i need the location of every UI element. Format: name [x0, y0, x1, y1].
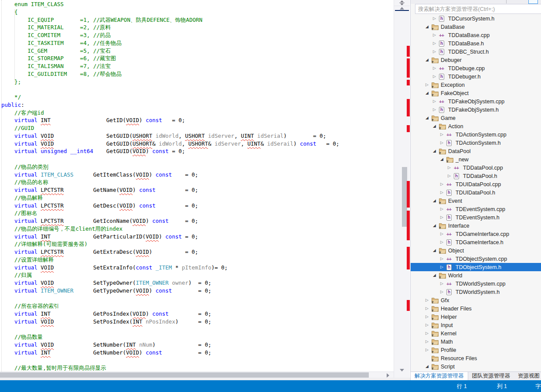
tree-row[interactable]: ◢Event [411, 197, 541, 205]
expand-arrow-icon[interactable]: ▷ [440, 230, 446, 238]
tree-row[interactable]: ▷++TDDataBase.cpp [411, 31, 541, 39]
tree-row[interactable]: ▷Exception [411, 81, 541, 89]
expand-arrow-icon[interactable]: ▷ [433, 31, 439, 39]
tree-row[interactable]: ◢Debuger [411, 56, 541, 64]
expand-arrow-icon[interactable]: ▷ [440, 288, 446, 296]
collapse-arrow-icon[interactable]: ◢ [425, 56, 432, 64]
tree-row[interactable]: ▷hTDGameInterface.h [411, 238, 541, 246]
panel-tab[interactable]: 资源视图 [514, 372, 541, 380]
expand-arrow-icon[interactable]: ▷ [433, 64, 439, 72]
expand-arrow-icon[interactable]: ▷ [425, 81, 432, 89]
tree-row[interactable]: ▷hTDFakeObjSystem.h [411, 106, 541, 114]
tree-row[interactable]: ▷Kernel [411, 329, 541, 337]
expand-arrow-icon[interactable]: ▷ [425, 321, 432, 329]
expand-arrow-icon[interactable]: ▷ [448, 172, 454, 180]
code-line: virtual LPCTSTR GetIconName(VOID) const … [1, 217, 339, 225]
scroll-up-icon[interactable] [400, 7, 404, 10]
expand-arrow-icon[interactable]: ▷ [440, 188, 446, 197]
toolbar-button-highlighted[interactable] [528, 0, 538, 4]
expand-arrow-icon[interactable]: ▷ [425, 296, 432, 304]
tree-row[interactable]: ◢DataBase [411, 23, 541, 31]
tree-row[interactable]: ▷hTDDebuger.h [411, 72, 541, 81]
tree-item-label: FakeObject [441, 90, 469, 96]
expand-arrow-icon[interactable]: ▷ [440, 180, 446, 188]
tree-row[interactable]: ▷Gfx [411, 296, 541, 304]
tree-row[interactable]: ◢World [411, 271, 541, 280]
tree-row[interactable]: ▷hTDEventSystem.h [411, 213, 541, 222]
collapse-arrow-icon[interactable]: ◢ [425, 23, 432, 31]
collapse-arrow-icon[interactable]: ◢ [440, 155, 446, 164]
tree-row[interactable]: ▷hTDWorldSystem.h [411, 288, 541, 296]
tree-row[interactable]: ▷++TDUIDataPool.cpp [411, 180, 541, 188]
expand-arrow-icon[interactable]: ▷ [425, 329, 432, 337]
expand-arrow-icon[interactable]: ▷ [440, 130, 446, 139]
tree-row[interactable]: ▷Math [411, 337, 541, 346]
expand-arrow-icon[interactable]: ▷ [440, 238, 446, 246]
expand-arrow-icon[interactable]: ▷ [440, 139, 446, 147]
tree-row[interactable]: ▷Helper [411, 313, 541, 321]
expand-arrow-icon[interactable]: ▷ [433, 106, 439, 114]
tree-row[interactable]: ▷hTDUIDataPool.h [411, 188, 541, 197]
expand-arrow-icon[interactable]: ▷ [440, 255, 446, 263]
tree-row[interactable]: ▷++TDEventSystem.cpp [411, 205, 541, 213]
collapse-arrow-icon[interactable]: ◢ [433, 271, 439, 280]
editor-vertical-scrollbar[interactable] [394, 0, 410, 378]
tree-row[interactable]: ▷Input [411, 321, 541, 329]
tree-row[interactable]: ▷++TDFakeObjSystem.cpp [411, 97, 541, 106]
expand-arrow-icon[interactable]: ▷ [425, 304, 432, 313]
expand-arrow-icon[interactable]: ▷ [433, 72, 439, 81]
expand-arrow-icon[interactable]: ▷ [433, 97, 439, 106]
collapse-arrow-icon[interactable]: ◢ [425, 114, 432, 122]
collapse-arrow-icon[interactable]: ◢ [425, 362, 432, 371]
panel-tab[interactable]: 解决方案资源管理器 [411, 372, 468, 380]
tree-row[interactable]: ▷++TDActionSystem.cpp [411, 130, 541, 139]
expand-arrow-icon[interactable]: ▷ [440, 263, 446, 271]
tree-row[interactable]: ▷Profile [411, 346, 541, 354]
expand-arrow-icon[interactable]: ▷ [433, 14, 439, 23]
tree-row[interactable]: ▷++TDWorldSystem.cpp [411, 280, 541, 288]
panel-tab[interactable]: 团队资源管理器 [468, 372, 514, 380]
collapse-arrow-icon[interactable]: ◢ [433, 246, 439, 255]
tree-row[interactable]: ◢FakeObject [411, 89, 541, 97]
tree-row[interactable]: Resource Files [411, 354, 541, 362]
editor-horizontal-scrollbar[interactable] [0, 372, 394, 378]
tree-row[interactable]: ▷++TDDataPool.cpp [411, 164, 541, 172]
tree-row[interactable]: ▷hTDObjectSystem.h [411, 263, 541, 271]
tree-row[interactable]: ▷++TDObjectSystem.cpp [411, 255, 541, 263]
tree-row[interactable]: ◢DataPool [411, 147, 541, 155]
editor-splitter-grip-icon[interactable] [394, 0, 410, 6]
tree-row[interactable]: ◢Interface [411, 222, 541, 230]
tree-row[interactable]: ▷hTDActionSystem.h [411, 139, 541, 147]
collapse-arrow-icon[interactable]: ◢ [433, 222, 439, 230]
tree-row[interactable]: ▷Header Files [411, 304, 541, 313]
tree-row[interactable]: ◢Object [411, 246, 541, 255]
tree-row[interactable]: ◢_new [411, 155, 541, 164]
tree-row[interactable]: ◢Action [411, 122, 541, 130]
tree-row[interactable]: ◢Game [411, 114, 541, 122]
search-input[interactable] [415, 4, 541, 14]
expand-arrow-icon[interactable]: ▷ [433, 39, 439, 48]
expand-arrow-icon[interactable]: ▷ [440, 280, 446, 288]
expand-arrow-icon[interactable]: ▷ [425, 313, 432, 321]
expand-arrow-icon[interactable]: ▷ [425, 346, 432, 354]
tree-row[interactable]: ▷hTDDBC_Struct.h [411, 48, 541, 56]
tree-row[interactable]: ▷hTDDataPool.h [411, 172, 541, 180]
tree-row[interactable]: ▷++TDDebuge.cpp [411, 64, 541, 72]
collapse-arrow-icon[interactable]: ◢ [433, 147, 439, 155]
tree-row[interactable]: ▷hTDCursorSystem.h [411, 14, 541, 23]
expand-arrow-icon[interactable]: ▷ [440, 205, 446, 213]
expand-arrow-icon[interactable]: ▷ [425, 337, 432, 346]
collapse-arrow-icon[interactable]: ◢ [433, 197, 439, 205]
expand-arrow-icon[interactable]: ▷ [448, 164, 454, 172]
tree-row[interactable]: ▷hTDDataBase.h [411, 39, 541, 48]
scroll-right-icon[interactable] [387, 373, 389, 378]
tree-row[interactable]: ▷++TDGameInterface.cpp [411, 230, 541, 238]
collapse-arrow-icon[interactable]: ◢ [433, 122, 439, 130]
horizontal-scrollbar-thumb[interactable] [0, 372, 369, 378]
expand-arrow-icon[interactable]: ▷ [440, 213, 446, 222]
expand-arrow-icon[interactable]: ▷ [433, 48, 439, 56]
code-editor[interactable]: enum ITEM_CLASS { IC_EQUIP =1, //武器WEAPO… [0, 0, 394, 372]
scroll-down-icon[interactable] [400, 369, 404, 372]
tree-row[interactable]: ◢Script [411, 362, 541, 371]
collapse-arrow-icon[interactable]: ◢ [425, 89, 432, 97]
